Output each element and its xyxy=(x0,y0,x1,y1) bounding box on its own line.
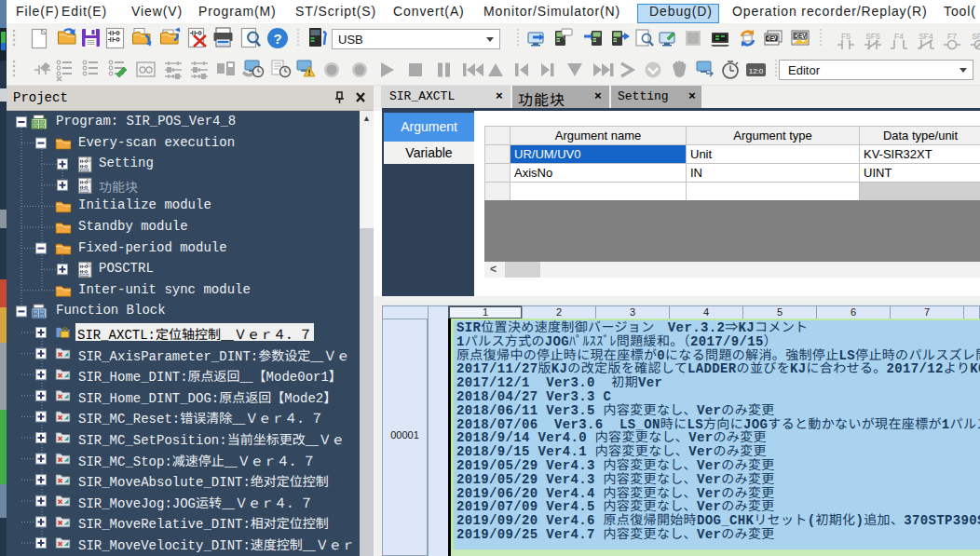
svg-text:12:0: 12:0 xyxy=(749,67,764,75)
svg-text:F5: F5 xyxy=(841,32,851,41)
svg-text:?: ? xyxy=(273,31,281,47)
svg-text:SF4: SF4 xyxy=(919,32,933,41)
svg-text:F7: F7 xyxy=(947,32,957,41)
svg-text:DEV: DEV xyxy=(766,35,779,42)
svg-text:SF5: SF5 xyxy=(865,32,880,41)
svg-text:F4: F4 xyxy=(894,32,904,41)
svg-text:DEV: DEV xyxy=(794,33,807,39)
svg-text:SF7: SF7 xyxy=(972,32,980,41)
